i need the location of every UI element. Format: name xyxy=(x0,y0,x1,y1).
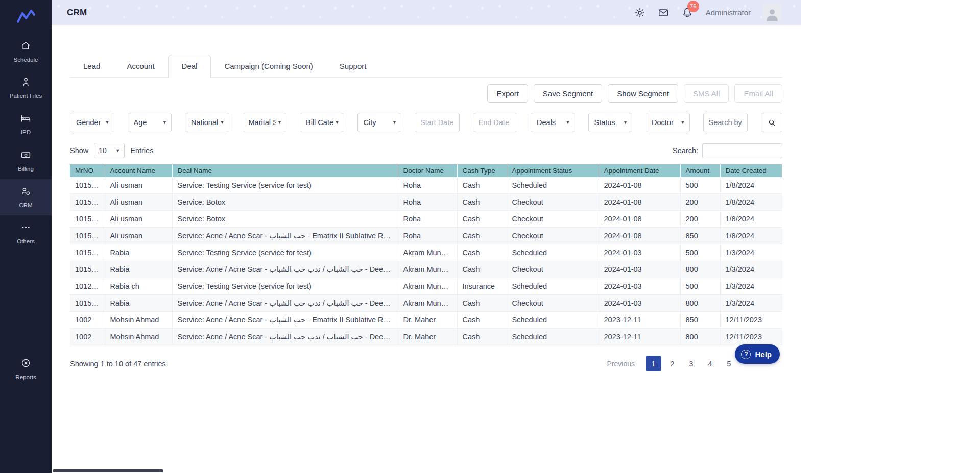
help-button[interactable]: ? Help xyxy=(735,344,780,364)
pagination-page[interactable]: 5 xyxy=(721,356,737,371)
cell-appointment-status: Scheduled xyxy=(507,312,599,329)
tab-deal[interactable]: Deal xyxy=(168,55,211,78)
cell-deal-name: Service: Testing Service (service for te… xyxy=(172,244,398,261)
pagination-page[interactable]: 2 xyxy=(664,356,680,371)
table-row[interactable]: 101513 Ali usman Service: Botox Roha Cas… xyxy=(70,211,782,228)
bed-icon xyxy=(20,113,31,126)
sidebar-item-others[interactable]: Others xyxy=(0,215,52,252)
top-header: CRM 76 Administrator xyxy=(52,0,801,25)
sidebar-item-label: Reports xyxy=(15,374,36,381)
sidebar-item-ipd[interactable]: IPD xyxy=(0,106,52,142)
notifications-bell-icon[interactable]: 76 xyxy=(681,7,694,19)
mail-icon[interactable] xyxy=(658,7,669,18)
pagination-page[interactable]: 1 xyxy=(646,356,661,371)
cell-appointment-date: 2024-01-03 xyxy=(599,261,680,278)
city-filter[interactable]: City▼ xyxy=(357,113,402,132)
cell-mrno: 101507 xyxy=(70,261,105,278)
cell-doctor-name: Roha xyxy=(398,211,457,228)
deals-filter[interactable]: Deals▼ xyxy=(531,113,575,132)
sidebar-item-patient-files[interactable]: Patient Files xyxy=(0,70,52,106)
doctor-filter[interactable]: Doctor▼ xyxy=(646,113,690,132)
sms-all-button[interactable]: SMS All xyxy=(684,84,729,103)
table-row[interactable]: 101513 Ali usman Service: Testing Servic… xyxy=(70,177,782,194)
table-footer: Showing 1 to 10 of 47 entries Previous 1… xyxy=(70,356,782,371)
sidebar-item-label: Billing xyxy=(18,166,34,172)
pagination-previous[interactable]: Previous xyxy=(607,360,635,368)
sidebar-item-schedule[interactable]: Schedule xyxy=(0,34,52,70)
age-filter[interactable]: Age▼ xyxy=(128,113,172,132)
cell-doctor-name: Akram Muneer xyxy=(398,295,457,312)
cell-doctor-name: Roha xyxy=(398,177,457,194)
cell-date-created: 1/3/2024 xyxy=(720,278,782,295)
export-button[interactable]: Export xyxy=(487,84,528,103)
cell-date-created: 1/3/2024 xyxy=(720,295,782,312)
avatar[interactable] xyxy=(763,4,781,22)
cell-deal-name: Service: Acne / Acne Scar - حب الشباب / … xyxy=(172,295,398,312)
cell-appointment-status: Checkout xyxy=(507,228,599,244)
cell-mrno: 101268 xyxy=(70,278,105,295)
table-row[interactable]: 101513 Ali usman Service: Botox Roha Cas… xyxy=(70,194,782,211)
gender-filter[interactable]: Gender▼ xyxy=(70,113,114,132)
cell-cash-type: Cash xyxy=(457,228,507,244)
pagination-page[interactable]: 3 xyxy=(683,356,699,371)
show-segment-button[interactable]: Show Segment xyxy=(608,84,678,103)
cell-cash-type: Cash xyxy=(457,244,507,261)
settings-gear-icon[interactable] xyxy=(634,7,646,18)
cell-deal-name: Service: Testing Service (service for te… xyxy=(172,177,398,194)
cell-deal-name: Service: Botox xyxy=(172,211,398,228)
nationality-filter[interactable]: Nationality▼ xyxy=(185,113,229,132)
cell-cash-type: Cash xyxy=(457,295,507,312)
horizontal-scrollbar[interactable] xyxy=(53,469,163,472)
filter-search-button[interactable] xyxy=(761,113,782,132)
cell-appointment-date: 2023-12-11 xyxy=(599,312,680,329)
cell-mrno: 101513 xyxy=(70,211,105,228)
pagination-page[interactable]: 4 xyxy=(702,356,718,371)
cell-amount: 200 xyxy=(680,211,720,228)
tab-account[interactable]: Account xyxy=(113,55,168,77)
status-filter[interactable]: Status▼ xyxy=(588,113,633,132)
cell-date-created: 12/11/2023 xyxy=(720,312,782,329)
cell-mrno: 101513 xyxy=(70,177,105,194)
table-row[interactable]: 101507 Rabia Service: Testing Service (s… xyxy=(70,244,782,261)
pagination: Previous 12345 xyxy=(607,356,738,371)
table-row[interactable]: 101507 Rabia Service: Acne / Acne Scar -… xyxy=(70,261,782,278)
table-row[interactable]: 1002 Mohsin Ahmad Service: Acne / Acne S… xyxy=(70,329,782,345)
cell-amount: 200 xyxy=(680,194,720,211)
table-search-input[interactable] xyxy=(702,143,782,158)
list-controls: Show 10 ▼ Entries Search: xyxy=(70,143,782,158)
marital-status-filter[interactable]: Marital Sta▼ xyxy=(243,113,287,132)
filter-search-input[interactable] xyxy=(703,113,748,132)
page-size-select[interactable]: 10 ▼ xyxy=(94,143,125,158)
cell-appointment-date: 2023-12-11 xyxy=(599,329,680,345)
cell-mrno: 101513 xyxy=(70,228,105,244)
end-date-input[interactable] xyxy=(473,113,518,132)
start-date-input[interactable] xyxy=(415,113,460,132)
tab-lead[interactable]: Lead xyxy=(70,55,113,77)
user-name: Administrator xyxy=(706,8,751,17)
cell-cash-type: Cash xyxy=(457,329,507,345)
tab-support[interactable]: Support xyxy=(326,55,380,77)
save-segment-button[interactable]: Save Segment xyxy=(534,84,602,103)
entries-label: Entries xyxy=(130,146,153,155)
sidebar-item-reports[interactable]: Reports xyxy=(0,351,52,387)
chevron-down-icon: ▼ xyxy=(162,120,167,125)
sidebar-item-label: Others xyxy=(17,238,35,245)
bill-category-filter[interactable]: Bill Catego▼ xyxy=(300,113,344,132)
cell-account-name: Ali usman xyxy=(105,228,172,244)
dots-icon xyxy=(20,222,31,235)
app-logo[interactable] xyxy=(0,0,52,34)
sidebar-item-label: IPD xyxy=(21,129,31,136)
table-row[interactable]: 101268 Rabia ch Service: Testing Service… xyxy=(70,278,782,295)
table-row[interactable]: 101507 Rabia Service: Acne / Acne Scar -… xyxy=(70,295,782,312)
column-header: Doctor Name xyxy=(398,164,457,177)
cell-account-name: Rabia xyxy=(105,261,172,278)
tab-campaign[interactable]: Campaign (Coming Soon) xyxy=(211,55,326,77)
table-row[interactable]: 101513 Ali usman Service: Acne / Acne Sc… xyxy=(70,228,782,244)
sidebar-item-crm[interactable]: CRM xyxy=(0,179,52,215)
email-all-button[interactable]: Email All xyxy=(734,84,782,103)
filter-label: Bill Catego xyxy=(306,118,333,127)
cell-cash-type: Cash xyxy=(457,194,507,211)
chevron-down-icon: ▼ xyxy=(335,120,340,125)
sidebar-item-billing[interactable]: Billing xyxy=(0,143,52,179)
table-row[interactable]: 1002 Mohsin Ahmad Service: Acne / Acne S… xyxy=(70,312,782,329)
